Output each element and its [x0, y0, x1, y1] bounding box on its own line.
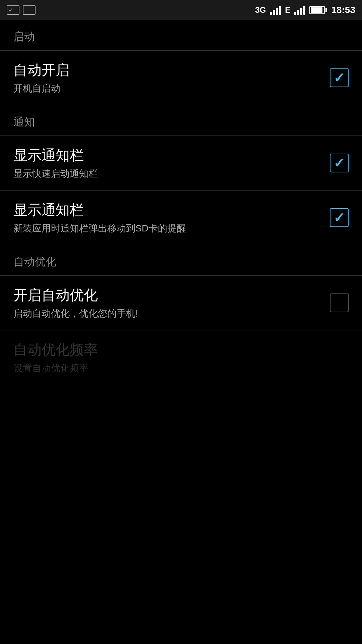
- check-icon: ✓: [8, 6, 13, 14]
- battery-fill: [311, 7, 322, 13]
- bar1: [270, 12, 272, 15]
- checkbox-notification-2[interactable]: [330, 208, 349, 227]
- setting-title-enable-auto-optimize: 开启自动优化: [13, 286, 323, 305]
- setting-title-auto-optimize-frequency: 自动优化频率: [13, 340, 349, 359]
- checkbox-notification-1[interactable]: [330, 154, 349, 172]
- status-time: 18:53: [331, 5, 355, 15]
- bar2: [273, 10, 275, 15]
- checkbox-auto-start[interactable]: [330, 68, 349, 87]
- setting-text-notification-2: 显示通知栏 新装应用时通知栏弹出移动到SD卡的提醒: [13, 201, 323, 235]
- network2-label: E: [285, 5, 290, 15]
- bar4: [279, 6, 281, 15]
- network1-label: 3G: [255, 5, 266, 15]
- signal-bars-2: [294, 5, 305, 15]
- status-left-icons: ✓: [7, 5, 36, 15]
- setting-title-notification-2: 显示通知栏: [13, 201, 323, 219]
- setting-item-auto-optimize-frequency: 自动优化频率 设置自动优化频率: [0, 330, 362, 385]
- setting-subtitle-enable-auto-optimize: 启动自动优化，优化您的手机!: [13, 307, 323, 320]
- bar2: [297, 10, 299, 15]
- checkbox-enable-auto-optimize[interactable]: [330, 293, 349, 312]
- setting-item-enable-auto-optimize[interactable]: 开启自动优化 启动自动优化，优化您的手机!: [0, 276, 362, 330]
- bar4: [303, 6, 305, 15]
- setting-subtitle-auto-start: 开机自启动: [13, 82, 323, 95]
- status-bar: ✓ 3G E 18:53: [0, 0, 362, 20]
- setting-subtitle-auto-optimize-frequency: 设置自动优化频率: [13, 362, 349, 375]
- status-right: 3G E 18:53: [255, 5, 355, 15]
- battery-body: [309, 6, 325, 14]
- bar3: [276, 8, 278, 15]
- setting-text-auto-start: 自动开启 开机自启动: [13, 61, 323, 95]
- setting-subtitle-notification-2: 新装应用时通知栏弹出移动到SD卡的提醒: [13, 222, 323, 235]
- battery-tip: [325, 8, 327, 12]
- setting-item-auto-start[interactable]: 自动开启 开机自启动: [0, 51, 362, 105]
- setting-title-notification-1: 显示通知栏: [13, 146, 323, 165]
- icon1: ✓: [7, 5, 19, 15]
- bar1: [294, 12, 296, 15]
- setting-text-notification-1: 显示通知栏 显示快速启动通知栏: [13, 146, 323, 180]
- setting-subtitle-notification-1: 显示快速启动通知栏: [13, 167, 323, 180]
- setting-text-enable-auto-optimize: 开启自动优化 启动自动优化，优化您的手机!: [13, 286, 323, 320]
- signal-bars-1: [270, 5, 281, 15]
- setting-item-notification-1[interactable]: 显示通知栏 显示快速启动通知栏: [0, 136, 362, 191]
- setting-item-notification-2[interactable]: 显示通知栏 新装应用时通知栏弹出移动到SD卡的提醒: [0, 191, 362, 245]
- battery-icon: [309, 6, 327, 14]
- setting-title-auto-start: 自动开启: [13, 61, 323, 79]
- section-header-startup: 启动: [0, 20, 362, 51]
- section-header-auto-optimize: 自动优化: [0, 245, 362, 276]
- icon2: [23, 5, 36, 15]
- bar3: [300, 8, 302, 15]
- setting-text-auto-optimize-frequency: 自动优化频率 设置自动优化频率: [13, 340, 349, 375]
- section-header-notification: 通知: [0, 105, 362, 136]
- settings-content: 启动 自动开启 开机自启动 通知 显示通知栏 显示快速启动通知栏 显示通知栏 新…: [0, 20, 362, 385]
